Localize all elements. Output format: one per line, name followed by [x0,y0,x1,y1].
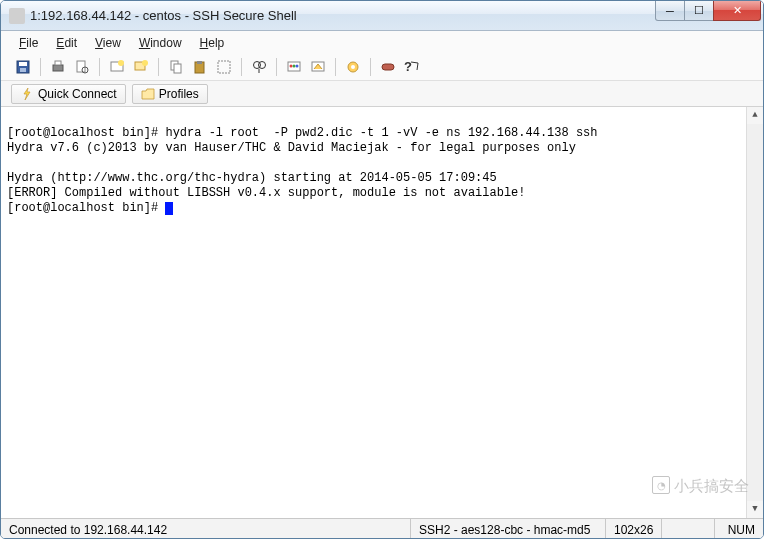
terminal-line: [root@localhost bin]# [7,201,165,215]
svg-point-21 [293,64,296,67]
tunnel-button[interactable] [308,57,328,77]
minimize-button[interactable]: ─ [655,1,685,21]
copy-icon [168,59,184,75]
toolbar-separator [158,58,159,76]
folder-icon [141,87,155,101]
toolbar-separator [241,58,242,76]
print-icon [50,59,66,75]
wechat-icon: ◔ [652,476,670,494]
toolbar-separator [40,58,41,76]
close-button[interactable]: ✕ [713,1,761,21]
disconnect-button[interactable] [378,57,398,77]
watermark: ◔ 小兵搞安全 [652,476,749,494]
disconnect-icon [380,59,396,75]
shortcut-bar: Quick Connect Profiles [1,81,763,107]
printpreview-icon [74,59,90,75]
profiles-button[interactable]: Profiles [132,84,208,104]
scroll-down-icon[interactable]: ▼ [747,501,763,518]
status-protocol: SSH2 - aes128-cbc - hmac-md5 [411,519,606,539]
find-button[interactable] [249,57,269,77]
maximize-button[interactable]: ☐ [684,1,714,21]
svg-point-25 [351,65,355,69]
menu-edit[interactable]: Edit [48,35,85,51]
paste-button[interactable] [190,57,210,77]
watermark-text: 小兵搞安全 [674,478,749,493]
help-button[interactable]: ? [402,57,422,77]
selectall-button[interactable] [214,57,234,77]
copy-button[interactable] [166,57,186,77]
settings-button[interactable] [343,57,363,77]
newwindow-button[interactable] [131,57,151,77]
paste-icon [192,59,208,75]
find-icon [251,59,267,75]
save-icon [15,59,31,75]
scroll-up-icon[interactable]: ▲ [747,107,763,124]
settings-icon [345,59,361,75]
app-icon [9,8,25,24]
svg-rect-14 [197,61,202,64]
profiles-label: Profiles [159,87,199,101]
menu-help[interactable]: Help [192,35,233,51]
svg-point-8 [118,60,124,66]
svg-rect-15 [218,61,230,73]
svg-rect-12 [174,64,181,73]
minimize-icon: ─ [666,5,674,17]
terminal-line: Hydra v7.6 (c)2013 by van Hauser/THC & D… [7,141,576,155]
toolbar-separator [99,58,100,76]
terminal-line: Hydra (http://www.thc.org/thc-hydra) sta… [7,171,497,185]
svg-point-20 [290,64,293,67]
colorprofile-icon [286,59,302,75]
lightning-icon [20,87,34,101]
colorprofile-button[interactable] [284,57,304,77]
tunnel-icon [310,59,326,75]
toolbar-separator [370,58,371,76]
newterminal-icon [109,59,125,75]
svg-point-10 [142,60,148,66]
svg-text:?: ? [404,59,412,74]
terminal[interactable]: [root@localhost bin]# hydra -l root -P p… [1,107,763,518]
window-controls: ─ ☐ ✕ [656,1,761,22]
menu-view[interactable]: View [87,35,129,51]
quick-connect-button[interactable]: Quick Connect [11,84,126,104]
menubar: File Edit View Window Help [1,31,763,53]
status-spacer [662,519,715,539]
statusbar: Connected to 192.168.44.142 SSH2 - aes12… [1,518,763,539]
help-icon: ? [404,59,420,75]
app-window: 1:192.168.44.142 - centos - SSH Secure S… [0,0,764,539]
svg-point-22 [296,64,299,67]
quick-connect-label: Quick Connect [38,87,117,101]
newterminal-button[interactable] [107,57,127,77]
terminal-cursor [165,202,173,215]
status-numlock: NUM [715,519,763,539]
selectall-icon [216,59,232,75]
status-termsize: 102x26 [606,519,662,539]
svg-point-17 [259,61,266,68]
svg-rect-1 [19,62,27,66]
window-title: 1:192.168.44.142 - centos - SSH Secure S… [30,8,656,23]
close-icon: ✕ [733,4,742,17]
svg-rect-3 [53,65,63,71]
svg-rect-5 [77,61,85,72]
save-button[interactable] [13,57,33,77]
print-button[interactable] [48,57,68,77]
svg-rect-2 [20,68,26,72]
status-connection: Connected to 192.168.44.142 [1,519,411,539]
printpreview-button[interactable] [72,57,92,77]
terminal-line: [ERROR] Compiled without LIBSSH v0.4.x s… [7,186,525,200]
scroll-track[interactable] [747,124,763,501]
maximize-icon: ☐ [694,4,704,17]
vertical-scrollbar[interactable]: ▲ ▼ [746,107,763,518]
svg-rect-4 [55,61,61,65]
menu-file[interactable]: File [11,35,46,51]
toolbar: ? [1,53,763,81]
toolbar-separator [276,58,277,76]
toolbar-separator [335,58,336,76]
terminal-line: [root@localhost bin]# hydra -l root -P p… [7,126,598,140]
newwindow-icon [133,59,149,75]
menu-window[interactable]: Window [131,35,190,51]
svg-rect-26 [382,64,394,70]
titlebar[interactable]: 1:192.168.44.142 - centos - SSH Secure S… [1,1,763,31]
